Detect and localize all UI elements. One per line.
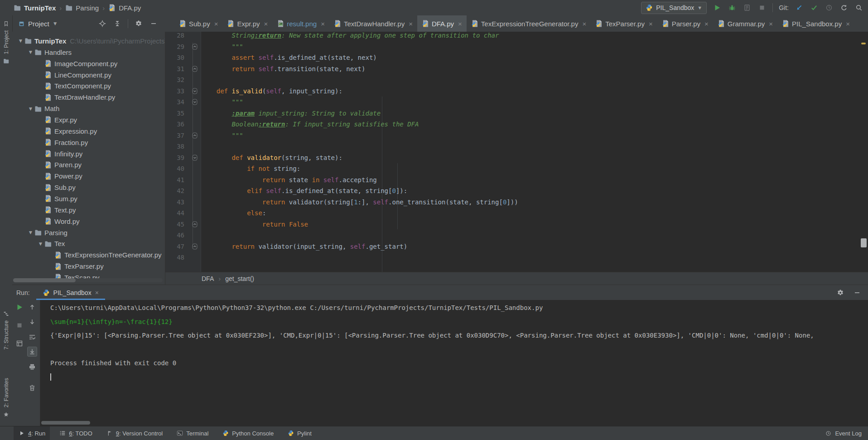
arrow-up-button[interactable] (28, 303, 37, 312)
status-button-pylint[interactable]: Pylint (283, 426, 316, 440)
tab-sub-py[interactable]: Sub.py× (174, 15, 222, 32)
tree-item-textcomponent-py[interactable]: TextComponent.py (12, 80, 165, 92)
event-log-button[interactable]: Event Log (825, 430, 862, 437)
close-icon[interactable]: × (264, 20, 268, 28)
tab-grammar-py[interactable]: Grammar.py× (713, 15, 777, 32)
expand-arrow-icon[interactable]: ▼ (27, 49, 34, 55)
fold-marker-icon[interactable] (188, 130, 201, 141)
tree-item-linecomponent-py[interactable]: LineComponent.py (12, 69, 165, 81)
status-button-9-version-control[interactable]: 9: Version Control (101, 426, 167, 440)
run-configuration-select[interactable]: PIL_Sandbox ▼ (641, 2, 707, 14)
expand-arrow-icon[interactable]: ▼ (27, 106, 34, 112)
status-button-python-console[interactable]: Python Console (217, 426, 278, 440)
tree-item-turniptex[interactable]: ▼TurnipTexC:\Users\turni\PycharmProjects… (12, 35, 165, 47)
tree-item-math[interactable]: ▼Math (12, 103, 165, 114)
tree-item-imagecomponent-py[interactable]: ImageComponent.py (12, 58, 165, 69)
tab-pil-sandbox-py[interactable]: PIL_Sandbox.py× (777, 15, 854, 32)
rerun-button[interactable] (15, 303, 24, 312)
locate-button[interactable] (98, 19, 107, 28)
fold-marker-icon[interactable] (188, 152, 201, 164)
close-icon[interactable]: × (409, 20, 413, 28)
restore-layout-button[interactable] (15, 339, 24, 348)
tree-item-texparser-py[interactable]: TexParser.py (12, 261, 165, 272)
settings-button[interactable] (836, 288, 845, 297)
hide-button[interactable] (853, 288, 862, 297)
tree-item-tex[interactable]: ▼Tex (12, 238, 165, 249)
tree-item-expr-py[interactable]: Expr.py (12, 114, 165, 126)
tree-item-word-py[interactable]: Word.py (12, 216, 165, 227)
tool-button-structure[interactable]: 7: Structure (0, 310, 12, 350)
project-tool-window[interactable]: ▼TurnipTexC:\Users\turni\PycharmProjects… (12, 32, 165, 285)
run-tab-pil-sandbox[interactable]: PIL_Sandbox × (36, 285, 105, 300)
status-button-6-todo[interactable]: 6: TODO (54, 426, 97, 440)
tab-dfa-py[interactable]: DFA.py× (417, 15, 467, 32)
close-icon[interactable]: × (846, 20, 850, 28)
close-icon[interactable]: × (769, 20, 773, 28)
chevron-down-icon[interactable]: ▼ (53, 20, 58, 27)
tree-item-sum-py[interactable]: Sum.py (12, 193, 165, 204)
breadcrumb-method[interactable]: get_start() (225, 275, 254, 282)
breadcrumb-item[interactable]: Parsing (65, 4, 99, 12)
tool-button-favorites[interactable]: 2: Favorites (0, 378, 12, 418)
project-panel-title[interactable]: Project (28, 20, 49, 28)
expand-arrow-icon[interactable]: ▼ (37, 241, 44, 247)
expand-arrow-icon[interactable]: ▼ (17, 38, 24, 44)
coverage-button[interactable] (743, 3, 752, 12)
fold-marker-icon[interactable] (188, 63, 201, 75)
tab-texexpressiontreegenerator-py[interactable]: TexExpressionTreeGenerator.py× (467, 15, 591, 32)
expand-arrow-icon[interactable]: ▼ (27, 229, 34, 236)
history-button[interactable] (825, 3, 834, 12)
fold-marker-icon[interactable] (188, 97, 201, 108)
tab-expr-py[interactable]: Expr.py× (222, 15, 272, 32)
tree-item-expression-py[interactable]: Expression.py (12, 126, 165, 137)
rollback-button[interactable] (839, 3, 849, 12)
code-editor[interactable]: 28 String:return: New state after applyi… (165, 32, 868, 272)
stop-console-button[interactable] (15, 321, 24, 330)
close-icon[interactable]: × (95, 289, 99, 296)
settings-button[interactable] (134, 19, 143, 28)
tab-parser-py[interactable]: Parser.py× (657, 15, 713, 32)
breadcrumb-item[interactable]: DFA.py (108, 4, 141, 12)
close-icon[interactable]: × (649, 20, 653, 28)
print-button[interactable] (28, 363, 37, 372)
tree-item-handlers[interactable]: ▼Handlers (12, 47, 165, 58)
close-icon[interactable]: × (321, 20, 325, 28)
tree-item-power-py[interactable]: Power.py (12, 170, 165, 182)
fold-marker-icon[interactable] (188, 86, 201, 97)
collapse-all-button[interactable] (113, 19, 122, 28)
tree-item-textdrawhandler-py[interactable]: TextDrawHandler.py (12, 92, 165, 103)
run-console[interactable]: C:\Users\turni\AppData\Local\Programs\Py… (40, 300, 868, 426)
breadcrumb-item[interactable]: TurnipTex (14, 4, 56, 12)
tree-item-sub-py[interactable]: Sub.py (12, 182, 165, 193)
tree-item-paren-py[interactable]: Paren.py (12, 159, 165, 170)
breadcrumb-class[interactable]: DFA (202, 275, 214, 282)
tree-item-text-py[interactable]: Text.py (12, 204, 165, 216)
scroll-end-button[interactable] (27, 347, 37, 357)
soft-wrap-button[interactable] (28, 333, 37, 342)
fold-marker-icon[interactable] (188, 41, 201, 53)
fold-marker-icon[interactable] (188, 219, 201, 230)
close-icon[interactable]: × (214, 20, 218, 28)
stop-button[interactable] (757, 3, 767, 12)
warning-stripe-mark[interactable] (861, 43, 866, 44)
scrollbar-thumb[interactable] (861, 238, 867, 247)
tree-item-infinity-py[interactable]: Infinity.py (12, 148, 165, 160)
tool-button-project[interactable]: 1: Project (0, 20, 12, 65)
debug-button[interactable] (728, 3, 737, 12)
git-commit-button[interactable] (810, 3, 819, 12)
tree-horizontal-scrollbar[interactable] (13, 278, 163, 282)
tree-item-texexpressiontreegenerator-py[interactable]: TexExpressionTreeGenerator.py (12, 249, 165, 261)
fold-marker-icon[interactable] (188, 241, 201, 252)
run-button[interactable] (713, 3, 722, 12)
status-button-4-run[interactable]: 4: Run (14, 426, 50, 440)
console-scrollbar-thumb[interactable] (41, 421, 90, 425)
hide-button[interactable] (149, 19, 158, 28)
close-icon[interactable]: × (458, 20, 462, 28)
tree-item-parsing[interactable]: ▼Parsing (12, 227, 165, 238)
tree-scrollbar-thumb[interactable] (13, 278, 76, 282)
search-button[interactable] (854, 3, 863, 12)
tab-textdrawhandler-py[interactable]: TextDrawHandler.py× (329, 15, 417, 32)
tab-result-png[interactable]: result.png× (272, 15, 329, 32)
arrow-down-button[interactable] (28, 317, 37, 326)
tree-item-fraction-py[interactable]: Fraction.py (12, 137, 165, 148)
